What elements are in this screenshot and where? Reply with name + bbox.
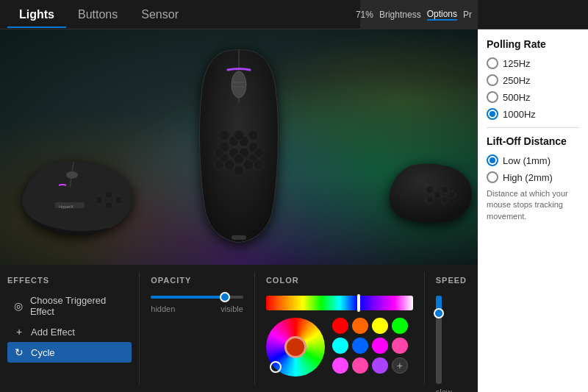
speed-track [436,296,442,384]
polling-1000hz[interactable]: 1000Hz [487,108,579,120]
color-swatch-orange[interactable] [352,318,368,334]
svg-point-37 [426,186,434,193]
color-swatches: + [332,318,408,374]
opacity-panel: OPACITY hidden visible [140,272,255,385]
svg-point-25 [219,130,229,140]
mouse-display: HyperX [0,29,478,265]
brightness-link[interactable]: Brightness [379,10,421,20]
color-swatch-red[interactable] [332,318,348,334]
svg-point-27 [224,160,234,170]
opacity-track [151,296,243,299]
color-swatch-cyan[interactable] [332,338,348,354]
svg-rect-32 [232,235,246,240]
svg-point-34 [441,186,448,193]
color-swatch-green[interactable] [392,318,408,334]
pr-link[interactable]: Pr [463,10,472,20]
color-swatch-rose[interactable] [352,357,368,374]
color-dot-outer [270,361,282,373]
options-panel: Polling Rate 125Hz 250Hz 500Hz 1000Hz Li… [478,29,588,392]
svg-point-23 [234,130,244,140]
svg-point-5 [105,202,112,209]
polling-rate-title: Polling Rate [487,38,579,50]
mouse-top-svg [191,44,287,250]
mouse-left-svg: HyperX [15,147,140,243]
svg-point-29 [234,165,244,176]
options-link[interactable]: Options [427,9,457,21]
color-swatch-violet[interactable] [332,357,348,374]
color-bar-thumb[interactable] [357,294,360,312]
brightness-value: 71% [356,10,373,20]
svg-point-4 [105,191,112,199]
color-bottom: + [266,318,413,377]
cycle-effect-item[interactable]: ↻ Cycle [7,342,132,363]
radio-500hz[interactable] [487,91,498,103]
polling-250hz[interactable]: 250Hz [487,74,579,86]
speed-panel: SPEED slow [425,272,478,385]
section-divider [487,127,579,128]
add-icon: + [13,326,25,338]
radio-low[interactable] [487,154,498,166]
svg-point-31 [254,160,264,170]
mouse-top-center [191,44,287,250]
choose-triggered-effect[interactable]: ◎ Choose Triggered Effect [7,291,132,321]
liftoff-low[interactable]: Low (1mm) [487,154,579,166]
opacity-labels: hidden visible [151,304,243,313]
triggered-icon: ◎ [13,300,24,312]
opacity-fill [151,296,225,299]
tab-lights[interactable]: Lights [7,2,66,27]
liftoff-high[interactable]: High (2mm) [487,171,579,183]
cycle-icon: ↻ [13,346,25,358]
polling-125hz[interactable]: 125Hz [487,57,579,69]
opacity-title: OPACITY [151,276,243,285]
svg-point-35 [441,196,448,204]
svg-point-10 [232,71,246,98]
effects-panel: EFFECTS ◎ Choose Triggered Effect + Add … [0,272,140,385]
opacity-hidden-label: hidden [151,304,175,313]
svg-point-22 [254,148,264,158]
radio-high[interactable] [487,171,498,183]
speed-slider[interactable]: slow [436,296,467,392]
svg-point-24 [234,154,244,164]
liftoff-description: Distance at which your mouse stops track… [487,188,579,222]
color-swatch-purple[interactable] [372,357,388,374]
svg-text:HyperX: HyperX [59,204,74,209]
mouse-right-svg [382,154,478,228]
svg-point-3 [96,196,103,204]
color-swatch-blue[interactable] [352,338,368,354]
opacity-slider[interactable] [151,296,243,299]
add-swatch-button[interactable]: + [392,357,408,374]
add-effect-item[interactable]: + Add Effect [7,321,132,342]
tab-sensor[interactable]: Sensor [129,2,190,27]
opacity-thumb[interactable] [220,292,230,302]
mouse-side-left: HyperX [15,147,140,243]
speed-thumb[interactable] [434,308,444,318]
svg-point-6 [115,196,122,204]
color-panel: COLOR [255,272,425,385]
svg-point-36 [448,191,456,199]
speed-slow-label: slow [436,388,467,392]
radio-125hz[interactable] [487,57,498,69]
radio-1000hz[interactable] [487,108,498,120]
color-swatch-pink[interactable] [392,338,408,354]
opacity-visible-label: visible [220,304,243,313]
main-area: HyperX [0,29,588,392]
svg-point-28 [243,160,254,170]
color-swatch-yellow[interactable] [372,318,388,334]
color-wheel-center [284,336,306,358]
svg-point-38 [426,196,434,204]
svg-point-2 [66,171,78,179]
liftoff-title: Lift-Off Distance [487,135,579,147]
svg-point-33 [434,191,441,199]
breadcrumb-bar: 71% Brightness Options Pr [360,0,478,29]
color-wheel[interactable] [266,318,325,377]
left-panel: HyperX [0,29,478,392]
color-title: COLOR [266,276,413,285]
color-bar[interactable] [266,296,413,310]
color-swatch-magenta[interactable] [372,338,388,354]
bottom-controls: EFFECTS ◎ Choose Triggered Effect + Add … [0,265,478,392]
polling-500hz[interactable]: 500Hz [487,91,579,103]
tab-buttons[interactable]: Buttons [66,2,129,27]
radio-250hz[interactable] [487,74,498,86]
top-nav: Lights Buttons Sensor 71% Brightness Opt… [0,0,588,29]
effects-title: EFFECTS [7,276,132,285]
